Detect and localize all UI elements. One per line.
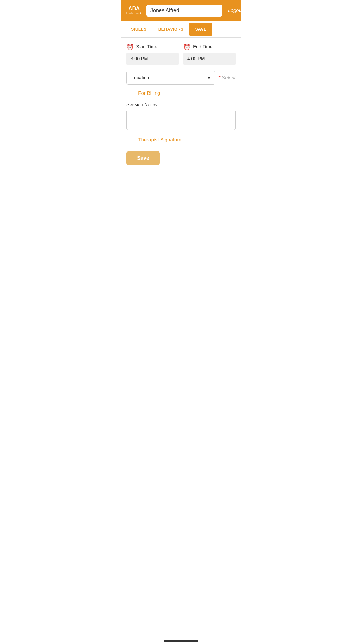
time-row: ⏰ Start Time ⏰ End Time xyxy=(126,43,236,65)
logout-button[interactable]: Logout xyxy=(226,8,241,13)
required-star: * xyxy=(219,75,221,81)
end-clock-icon: ⏰ xyxy=(183,43,191,50)
tab-behaviors[interactable]: BEHAVIORS xyxy=(152,23,189,36)
start-time-text: Start Time xyxy=(136,44,157,50)
for-billing-button[interactable]: For Billing xyxy=(138,90,160,96)
end-time-input[interactable] xyxy=(183,53,236,65)
location-row: Location ▼ * Select xyxy=(126,71,236,85)
start-time-label: ⏰ Start Time xyxy=(126,43,179,50)
therapist-signature-button[interactable]: Therapist Signature xyxy=(138,137,181,143)
logo-title: ABA xyxy=(125,6,143,12)
logo-subtitle: Pocketbook xyxy=(125,12,143,15)
tab-bar: SKILLS BEHAVIORS SAVE xyxy=(121,21,241,38)
app-header: ABA Pocketbook Logout xyxy=(121,0,241,21)
select-text: Select xyxy=(222,75,236,81)
session-notes-label: Session Notes xyxy=(126,102,236,107)
end-time-label: ⏰ End Time xyxy=(183,43,236,50)
end-time-text: End Time xyxy=(193,44,213,50)
location-select-wrapper: Location ▼ xyxy=(126,71,215,85)
location-select[interactable]: Location xyxy=(126,71,215,85)
session-notes-input[interactable] xyxy=(126,110,236,130)
save-button[interactable]: Save xyxy=(126,151,160,165)
end-time-block: ⏰ End Time xyxy=(183,43,236,65)
patient-name-input[interactable] xyxy=(146,5,222,17)
tab-skills[interactable]: SKILLS xyxy=(125,23,152,36)
tab-save[interactable]: SAVE xyxy=(189,23,212,36)
main-content: ⏰ Start Time ⏰ End Time Location ▼ * Sel… xyxy=(121,38,241,171)
start-time-block: ⏰ Start Time xyxy=(126,43,179,65)
start-time-input[interactable] xyxy=(126,53,179,65)
location-required: * Select xyxy=(219,75,236,81)
start-clock-icon: ⏰ xyxy=(126,43,134,50)
app-logo: ABA Pocketbook xyxy=(125,6,143,15)
